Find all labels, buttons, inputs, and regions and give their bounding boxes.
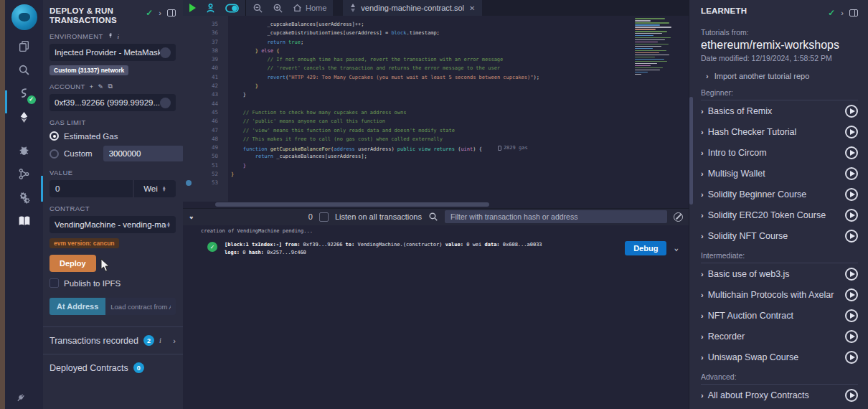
tutorial-item[interactable]: ›Basic use of web3.js — [701, 263, 858, 284]
chevron-right-icon[interactable]: › — [701, 391, 704, 400]
deploy-button[interactable]: Deploy — [49, 255, 96, 272]
line-number[interactable]: 52 — [183, 170, 228, 179]
chevron-right-icon[interactable]: › — [701, 311, 704, 320]
tutorial-item[interactable]: ›Multisig Wallet — [701, 163, 858, 184]
code-line[interactable]: 37 return true; — [183, 38, 689, 47]
value-unit-select[interactable]: Wei ▲▼ — [134, 180, 176, 197]
chevron-right-icon[interactable]: › — [701, 353, 704, 362]
search-icon[interactable] — [16, 62, 32, 77]
custom-gas-input[interactable] — [103, 146, 184, 161]
expand-log-icon[interactable]: ⌄ — [674, 243, 679, 253]
play-tutorial-icon[interactable] — [845, 188, 858, 201]
chevron-right-icon[interactable]: › — [701, 128, 704, 136]
copy-account-icon[interactable]: ⧉ — [108, 83, 113, 90]
import-repo-link[interactable]: › Import another tutorial repo — [701, 72, 858, 80]
tutorial-item[interactable]: ›Multichain Protocols with Axelar — [701, 284, 858, 305]
line-number[interactable]: 45 — [183, 108, 228, 117]
walkthrough-person-icon[interactable] — [205, 3, 216, 14]
chevron-right-icon[interactable]: › — [701, 291, 704, 299]
code-line[interactable]: 50 return _cupcakeBalances[userAddress]; — [183, 152, 689, 161]
line-number[interactable]: 53 — [183, 179, 228, 187]
environment-select[interactable]: Injected Provider - MetaMask — [49, 44, 176, 61]
value-input[interactable] — [49, 180, 133, 197]
play-tutorial-icon[interactable] — [845, 105, 858, 118]
play-tutorial-icon[interactable] — [845, 146, 858, 159]
line-number[interactable]: 50 — [183, 152, 228, 161]
info-icon[interactable]: i — [159, 337, 161, 344]
plugin-manager-icon[interactable] — [16, 189, 32, 205]
account-select[interactable]: 0xf39...92266 (9999.99929... — [49, 94, 176, 111]
tutorial-item[interactable]: ›Solidity Beginner Course — [701, 184, 858, 204]
code-line[interactable]: 44 — [183, 100, 689, 108]
deploy-and-run-icon[interactable] — [16, 109, 32, 125]
play-tutorial-icon[interactable] — [845, 268, 858, 281]
terminal-search-icon[interactable] — [428, 212, 438, 222]
zoom-out-icon[interactable] — [253, 3, 263, 14]
horizontal-scrollbar-thumb[interactable] — [215, 202, 489, 207]
transactions-recorded-row[interactable]: Transactions recorded 2 i › — [43, 326, 183, 354]
unit-stepper-icon[interactable]: ▲▼ — [162, 186, 166, 192]
play-tutorial-icon[interactable] — [845, 309, 858, 322]
terminal[interactable]: creation of VendingMachine pending... ✓ … — [183, 225, 689, 409]
code-line[interactable]: 47 // 'view' means this function only re… — [183, 126, 689, 135]
file-explorer-icon[interactable] — [16, 38, 32, 54]
sign-message-icon[interactable]: ✎ — [98, 83, 103, 90]
line-number[interactable]: 44 — [183, 100, 228, 108]
close-tab-icon[interactable]: ✕ — [469, 4, 475, 12]
code-line[interactable]: 40 // 'revert' cancels the transaction a… — [183, 64, 689, 72]
line-number[interactable]: 49 — [183, 144, 228, 152]
debugger-icon[interactable] — [16, 142, 32, 158]
line-number[interactable]: 42 — [183, 82, 228, 90]
chevron-right-icon[interactable]: › — [701, 190, 704, 199]
custom-gas-radio[interactable] — [49, 149, 59, 159]
chevron-right-icon[interactable]: › — [701, 107, 704, 116]
fork-state-icon[interactable] — [108, 32, 113, 40]
tutorial-item[interactable]: ›All about Proxy Contracts — [701, 385, 858, 405]
play-tutorial-icon[interactable] — [845, 230, 858, 243]
code-line[interactable]: 38 } else { — [183, 47, 689, 55]
expand-transactions-icon[interactable]: › — [173, 337, 176, 345]
play-tutorial-icon[interactable] — [845, 288, 858, 301]
zoom-in-icon[interactable] — [273, 3, 283, 14]
chevron-right-icon[interactable]: › — [841, 9, 844, 17]
transaction-log-row[interactable]: ✓ [block:1 txIndex:-] from: 0xf39...9226… — [183, 241, 689, 257]
minimap[interactable] — [630, 16, 687, 202]
at-address-button[interactable]: At Address — [49, 298, 105, 315]
chevron-right-icon[interactable]: › — [701, 149, 704, 157]
custom-gas-option[interactable]: Custom — [49, 146, 176, 161]
pin-panel-icon[interactable] — [167, 9, 176, 17]
filter-input[interactable] — [445, 210, 667, 223]
tutorial-item[interactable]: ›Intro to Circom — [701, 142, 858, 163]
add-account-icon[interactable]: + — [90, 83, 94, 90]
environment-dropdown-indicator[interactable] — [160, 47, 171, 58]
chevron-right-icon[interactable]: › — [701, 169, 704, 178]
toggle-icon[interactable] — [225, 4, 239, 13]
code-editor[interactable]: 35 _cupcakeBalances[userAddress]++;36 _c… — [183, 16, 689, 202]
at-address-input[interactable] — [105, 298, 176, 315]
play-tutorial-icon[interactable] — [845, 330, 858, 343]
plugin-connector-icon[interactable] — [15, 392, 26, 406]
chevron-right-icon[interactable]: › — [159, 9, 161, 17]
contract-select[interactable]: VendingMachine - vending-machin ▲▼ — [49, 216, 176, 233]
tutorial-item[interactable]: ›Uniswap Swap Course — [701, 347, 858, 367]
pin-panel-icon[interactable] — [849, 9, 858, 17]
chevron-right-icon[interactable]: › — [701, 232, 704, 240]
publish-ipfs-checkbox[interactable] — [49, 278, 59, 288]
play-tutorial-icon[interactable] — [845, 351, 858, 364]
code-line[interactable]: 42 } — [183, 82, 689, 90]
solidity-compiler-icon[interactable]: ✓ — [16, 85, 32, 101]
code-line[interactable]: 53 — [183, 179, 689, 187]
publish-ipfs-row[interactable]: Publish to IPFS — [49, 278, 176, 288]
editor-tab[interactable]: vending-machine-contract.sol ✕ — [343, 0, 482, 16]
code-line[interactable]: 36 _cupcakeDistributionTimes[userAddress… — [183, 29, 689, 37]
contract-stepper-icon[interactable]: ▲▼ — [166, 222, 171, 227]
learneth-icon[interactable] — [16, 213, 32, 229]
line-number[interactable]: 37 — [183, 38, 228, 47]
breakpoint-dot[interactable] — [186, 180, 192, 186]
play-tutorial-icon[interactable] — [845, 126, 858, 138]
tutorial-item[interactable]: ›Basics of Remix — [701, 100, 858, 121]
line-number[interactable]: 35 — [183, 20, 228, 29]
line-number[interactable]: 46 — [183, 117, 228, 126]
play-tutorial-icon[interactable] — [845, 209, 858, 222]
line-number[interactable]: 36 — [183, 29, 228, 37]
